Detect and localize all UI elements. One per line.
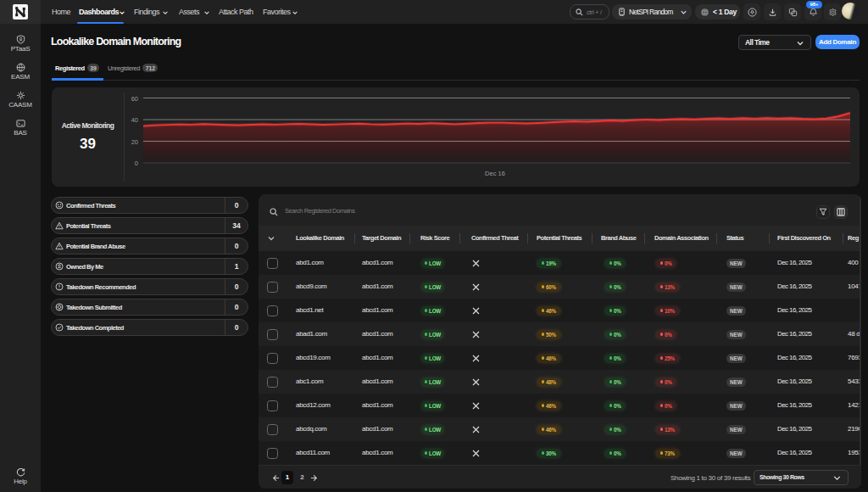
svg-text:Dec 16: Dec 16: [485, 170, 505, 177]
svg-text:20: 20: [131, 138, 138, 146]
svg-text:60: 60: [131, 95, 138, 103]
svg-text:40: 40: [131, 116, 138, 124]
svg-text:0: 0: [135, 159, 138, 167]
